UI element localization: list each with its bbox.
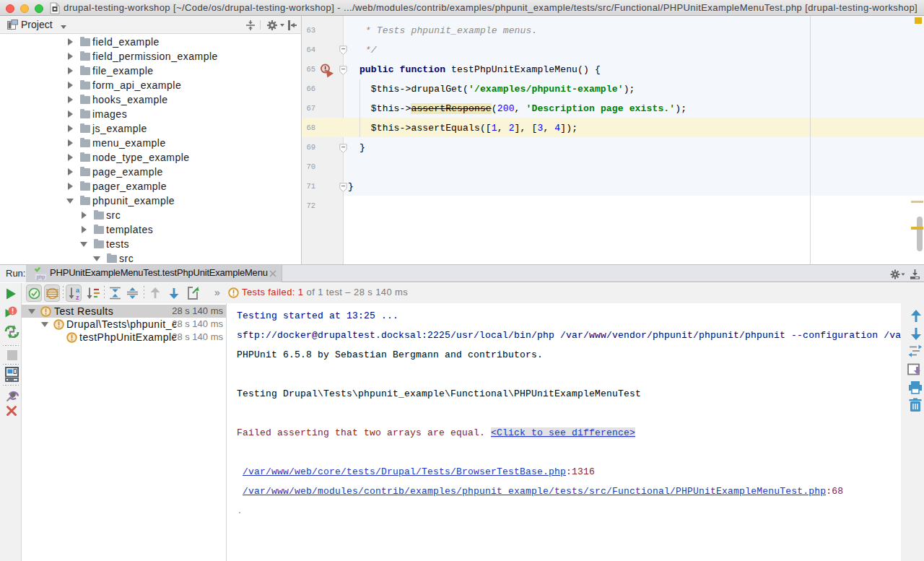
svg-text:php: php [37, 274, 45, 280]
svg-text:z: z [76, 294, 79, 300]
svg-text:a: a [76, 287, 80, 294]
